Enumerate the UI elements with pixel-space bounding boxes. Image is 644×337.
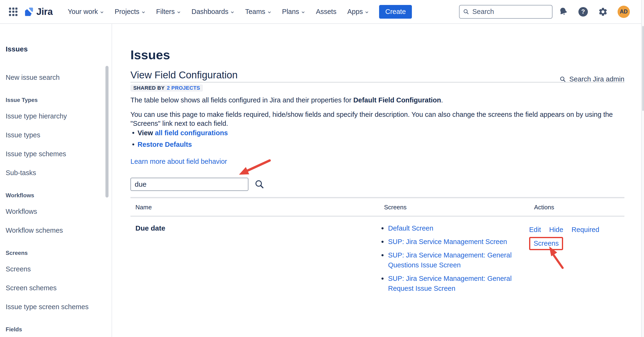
intro-paragraph: The table below shows all fields configu… xyxy=(130,96,624,104)
default-field-configuration-name: Default Field Configuration xyxy=(353,96,441,104)
shared-by-badge: SHARED BY 2 PROJECTS xyxy=(130,85,203,92)
list-item: SUP: Jira Service Management: General Qu… xyxy=(379,250,529,270)
global-search[interactable] xyxy=(459,5,552,19)
nav-menus: Your work Projects Filters Dashboards Te… xyxy=(68,8,369,16)
screen-link-default[interactable]: Default Screen xyxy=(388,224,433,232)
nav-projects[interactable]: Projects xyxy=(115,8,145,16)
page-scrollbar[interactable] xyxy=(641,0,644,337)
nav-icon-cluster: ? AD xyxy=(558,6,630,18)
hide-action-link[interactable]: Hide xyxy=(549,225,563,234)
nav-dashboards[interactable]: Dashboards xyxy=(192,8,234,16)
jira-logo-icon xyxy=(24,7,34,17)
jira-admin-window: Jira Your work Projects Filters Dashboar… xyxy=(0,0,644,337)
page-scrollbar-thumb[interactable] xyxy=(642,26,644,111)
nav-plans[interactable]: Plans xyxy=(282,8,305,16)
field-name: Due date xyxy=(130,223,379,297)
sidebar-item-issue-type-screen-schemes[interactable]: Issue type screen schemes xyxy=(6,302,112,311)
main-content: Issues Search Jira admin View Field Conf… xyxy=(112,24,641,337)
sidebar-item-screen-schemes[interactable]: Screen schemes xyxy=(6,283,112,293)
app-switcher-icon[interactable] xyxy=(9,8,18,16)
sidebar-item-workflow-schemes[interactable]: Workflow schemes xyxy=(6,226,112,235)
chevron-down-icon xyxy=(230,11,234,14)
nav-your-work[interactable]: Your work xyxy=(68,8,104,16)
section-divider xyxy=(130,82,624,83)
help-icon[interactable]: ? xyxy=(578,7,588,17)
section-title: View Field Configuration xyxy=(130,69,624,81)
sidebar-item-screens[interactable]: Screens xyxy=(6,264,112,274)
field-filter-input[interactable] xyxy=(130,178,248,191)
chevron-down-icon xyxy=(365,11,369,14)
column-header-actions: Actions xyxy=(529,203,624,211)
top-navigation-bar: Jira Your work Projects Filters Dashboar… xyxy=(0,0,644,24)
sidebar-title: Issues xyxy=(6,45,112,54)
shared-by-label: SHARED BY xyxy=(133,85,165,91)
settings-gear-icon[interactable] xyxy=(598,7,608,17)
chevron-down-icon xyxy=(301,11,305,14)
sidebar-item-issue-type-schemes[interactable]: Issue type schemes xyxy=(6,149,112,159)
shared-projects-link[interactable]: 2 PROJECTS xyxy=(167,85,200,91)
search-jira-admin-label: Search Jira admin xyxy=(569,75,624,83)
sidebar-header-workflows: Workflows xyxy=(6,192,112,199)
sidebar-item-workflows[interactable]: Workflows xyxy=(6,207,112,216)
screens-action-link[interactable]: Screens xyxy=(534,239,558,247)
screen-link-sup-general-request[interactable]: SUP: Jira Service Management: General Re… xyxy=(388,275,512,292)
search-icon xyxy=(463,8,470,16)
list-item: SUP: Jira Service Management: General Re… xyxy=(379,273,529,293)
field-filter-row xyxy=(130,178,624,191)
global-search-input[interactable] xyxy=(472,8,549,16)
table-row: Due date Default Screen SUP: Jira Servic… xyxy=(130,217,624,297)
jira-logo[interactable]: Jira xyxy=(24,6,52,17)
column-header-name: Name xyxy=(130,203,379,211)
field-filter-search-button[interactable] xyxy=(254,179,264,189)
screens-list: Default Screen SUP: Jira Service Managem… xyxy=(379,223,529,293)
chevron-down-icon xyxy=(177,11,181,14)
actions-row: Edit Hide Required xyxy=(529,225,624,234)
user-avatar[interactable]: AD xyxy=(618,6,630,18)
jira-logo-text: Jira xyxy=(36,6,52,17)
list-item: SUP: Jira Service Management Screen xyxy=(379,237,529,247)
edit-action-link[interactable]: Edit xyxy=(529,225,541,234)
sidebar-item-new-issue-search[interactable]: New issue search xyxy=(6,73,112,82)
all-field-configurations-link[interactable]: all field configurations xyxy=(155,129,228,137)
nav-apps[interactable]: Apps xyxy=(347,8,369,16)
sidebar-scrollbar-thumb[interactable] xyxy=(106,66,108,198)
chevron-down-icon xyxy=(142,11,145,14)
list-item: Default Screen xyxy=(379,223,529,233)
sidebar-header-fields: Fields xyxy=(6,326,112,333)
intro-links-list: View all field configurations Restore De… xyxy=(130,128,624,149)
chevron-down-icon xyxy=(100,11,104,14)
sidebar-header-screens: Screens xyxy=(6,249,112,257)
search-icon xyxy=(559,76,566,83)
sidebar-header-issue-types: Issue Types xyxy=(6,96,112,104)
nav-teams[interactable]: Teams xyxy=(245,8,271,16)
search-icon xyxy=(254,179,264,189)
sidebar-item-issue-types[interactable]: Issue types xyxy=(6,130,112,140)
screens-cell: Default Screen SUP: Jira Service Managem… xyxy=(379,223,529,297)
actions-cell: Edit Hide Required Screens xyxy=(529,223,624,297)
sidebar-item-issue-type-hierarchy[interactable]: Issue type hierarchy xyxy=(6,111,112,121)
chevron-down-icon xyxy=(268,11,271,14)
notifications-bell-icon[interactable] xyxy=(558,7,568,17)
column-header-screens: Screens xyxy=(379,203,529,211)
learn-more-link[interactable]: Learn more about field behavior xyxy=(130,158,227,165)
admin-sidebar: Issues New issue search Issue Types Issu… xyxy=(0,24,112,337)
page-title: Issues xyxy=(130,48,624,62)
list-item-view-configurations: View all field configurations xyxy=(130,128,624,137)
screen-link-sup-jsm[interactable]: SUP: Jira Service Management Screen xyxy=(388,238,507,245)
table-header-row: Name Screens Actions xyxy=(130,198,624,217)
screens-action-highlight-box: Screens xyxy=(529,237,563,250)
restore-defaults-link[interactable]: Restore Defaults xyxy=(138,141,192,148)
list-item-restore-defaults: Restore Defaults xyxy=(130,140,624,149)
create-button[interactable]: Create xyxy=(379,5,412,19)
nav-filters[interactable]: Filters xyxy=(156,8,181,16)
required-action-link[interactable]: Required xyxy=(572,225,600,234)
nav-assets[interactable]: Assets xyxy=(316,8,336,16)
screen-link-sup-general-questions[interactable]: SUP: Jira Service Management: General Qu… xyxy=(388,251,512,269)
search-jira-admin-button[interactable]: Search Jira admin xyxy=(559,75,624,83)
sidebar-item-sub-tasks[interactable]: Sub-tasks xyxy=(6,168,112,177)
question-mark-glyph: ? xyxy=(578,7,588,17)
description-paragraph: You can use this page to make fields req… xyxy=(130,110,619,128)
